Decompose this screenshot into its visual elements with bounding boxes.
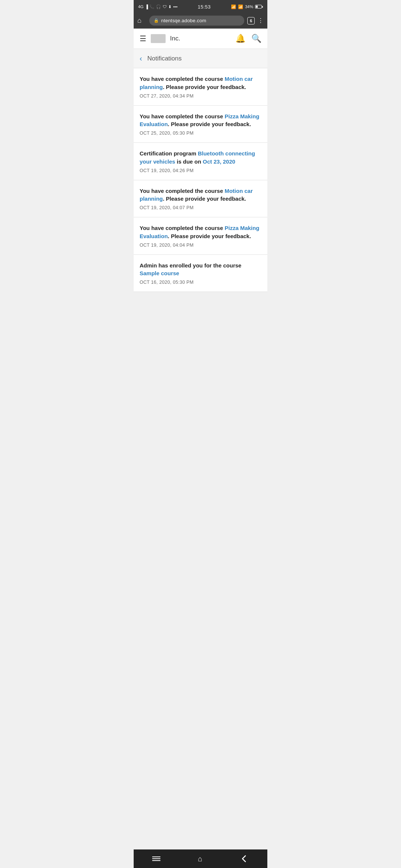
back-button[interactable]: ‹ bbox=[140, 54, 142, 63]
notification-date: OCT 16, 2020, 05:30 PM bbox=[140, 280, 261, 285]
notification-list: You have completed the course Motion car… bbox=[134, 68, 267, 292]
lock-icon: 🔒 bbox=[154, 18, 159, 23]
notification-text: You have completed the course Pizza Maki… bbox=[140, 112, 261, 129]
page-title: Notifications bbox=[147, 55, 182, 62]
notification-date: OCT 19, 2020, 04:07 PM bbox=[140, 205, 261, 210]
page-header: ‹ Notifications bbox=[134, 49, 267, 68]
brand-name: Inc. bbox=[170, 35, 180, 42]
hamburger-button[interactable]: ☰ bbox=[140, 34, 146, 43]
clock: 15:53 bbox=[198, 4, 211, 10]
notification-text: You have completed the course Motion car… bbox=[140, 75, 261, 91]
notification-text: Certification program Bluetooth connecti… bbox=[140, 149, 261, 166]
notification-item[interactable]: You have completed the course Pizza Maki… bbox=[134, 217, 267, 255]
due-date-link[interactable]: Oct 23, 2020 bbox=[203, 158, 235, 165]
brand-logo bbox=[151, 34, 166, 43]
header-right: 🔔 🔍 bbox=[235, 34, 261, 43]
notification-item[interactable]: Admin has enrolled you for the course Sa… bbox=[134, 255, 267, 292]
notification-date: OCT 19, 2020, 04:26 PM bbox=[140, 168, 261, 173]
notification-text: You have completed the course Motion car… bbox=[140, 187, 261, 203]
browser-home-button[interactable]: ⌂ bbox=[137, 17, 146, 24]
url-text: ntentsqe.adobe.com bbox=[161, 18, 206, 23]
status-right: 📶 📶 34% bbox=[231, 4, 263, 9]
notification-item[interactable]: You have completed the course Pizza Maki… bbox=[134, 106, 267, 143]
battery-percentage: 34% bbox=[245, 4, 253, 9]
download-icon: ⬇ bbox=[168, 4, 172, 9]
course-link[interactable]: Sample course bbox=[140, 270, 179, 276]
call-icon: 📞 bbox=[149, 4, 154, 9]
status-left: 4G ▐ 📞 🎧 🛡 ⬇ ••• bbox=[138, 4, 177, 9]
headset-icon: 🎧 bbox=[156, 4, 161, 9]
status-bar: 4G ▐ 📞 🎧 🛡 ⬇ ••• 15:53 📶 📶 34% bbox=[134, 0, 267, 13]
shield-icon: 🛡 bbox=[163, 4, 167, 9]
notification-item[interactable]: You have completed the course Motion car… bbox=[134, 180, 267, 218]
notification-date: OCT 27, 2020, 04:34 PM bbox=[140, 93, 261, 99]
notification-text: Admin has enrolled you for the course Sa… bbox=[140, 262, 261, 278]
header-left: ☰ Inc. bbox=[140, 34, 180, 43]
signal-bars: ▐ bbox=[145, 4, 148, 9]
wifi-icon: 📶 bbox=[238, 4, 243, 9]
bell-icon[interactable]: 🔔 bbox=[235, 34, 245, 43]
notification-date: OCT 25, 2020, 05:30 PM bbox=[140, 131, 261, 136]
dots-icon: ••• bbox=[173, 4, 177, 9]
signal-icon: 4G bbox=[138, 4, 144, 9]
notification-date: OCT 19, 2020, 04:04 PM bbox=[140, 243, 261, 248]
notification-text: You have completed the course Pizza Maki… bbox=[140, 224, 261, 240]
search-icon[interactable]: 🔍 bbox=[251, 34, 261, 43]
tab-count[interactable]: 6 bbox=[247, 17, 255, 24]
browser-menu-button[interactable]: ⋮ bbox=[258, 17, 264, 24]
notification-item[interactable]: Certification program Bluetooth connecti… bbox=[134, 143, 267, 180]
wifi-ring-icon: 📶 bbox=[231, 4, 236, 9]
battery-icon bbox=[255, 5, 263, 9]
url-bar[interactable]: 🔒 ntentsqe.adobe.com bbox=[149, 16, 244, 26]
browser-bar: ⌂ 🔒 ntentsqe.adobe.com 6 ⋮ bbox=[134, 13, 267, 29]
app-header: ☰ Inc. 🔔 🔍 bbox=[134, 29, 267, 49]
notification-item[interactable]: You have completed the course Motion car… bbox=[134, 68, 267, 106]
